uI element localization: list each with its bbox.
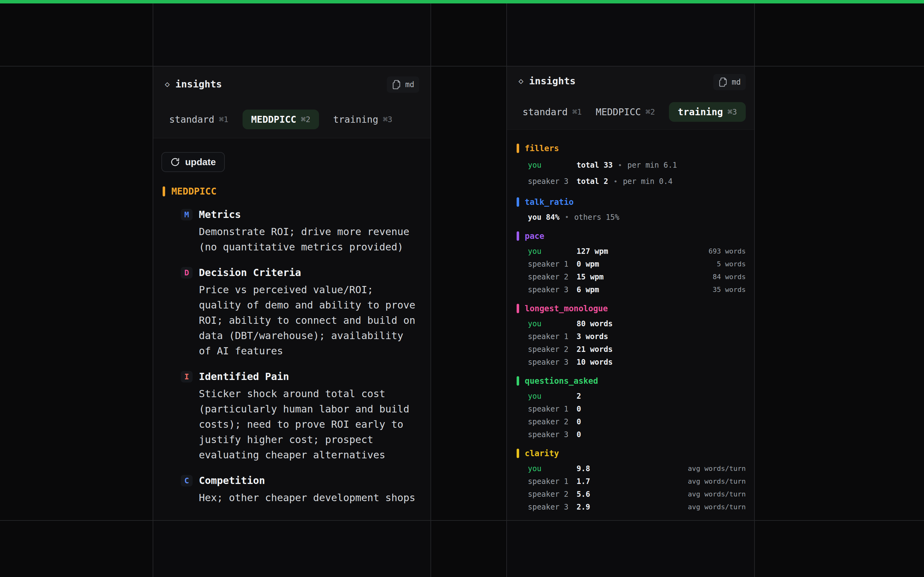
section-fillers: fillers you total 33 • per min 6.1 speak…	[517, 142, 746, 190]
section-clarity: clarity you 9.8 avg words/turn speaker 1…	[517, 446, 746, 513]
copy-file-icon	[392, 80, 401, 90]
panel-title: insights	[529, 75, 576, 87]
section-accent-bar	[517, 197, 519, 207]
tab-training[interactable]: training ⌘3	[333, 110, 393, 129]
panel-title: insights	[175, 78, 222, 90]
top-accent-bar	[0, 0, 924, 3]
metric-row: speaker 1 0	[517, 403, 746, 415]
metric-row: you 2	[517, 390, 746, 403]
separator-dot: •	[565, 213, 569, 221]
section-title-row: MEDDPICC	[163, 186, 430, 197]
letter-badge: C	[181, 475, 193, 487]
tab-bar: standard ⌘1 MEDDPICC ⌘2 training ⌘3	[523, 102, 754, 122]
section-accent-bar	[517, 449, 519, 458]
section-title: MEDDPICC	[171, 186, 217, 197]
section-title: pace	[525, 231, 544, 241]
section-accent-bar	[163, 186, 165, 197]
item-body: Sticker shock around total cost (particu…	[199, 386, 420, 463]
tab-standard[interactable]: standard ⌘1	[523, 102, 582, 122]
meddpicc-item-metrics: M Metrics Demonstrate ROI; drive more re…	[181, 209, 430, 255]
panel-header: ◇ insights md standard ⌘1 MEDDPICC ⌘2	[507, 66, 754, 130]
section-title: longest_monologue	[525, 304, 608, 313]
grid-line	[0, 520, 924, 521]
metric-row: you 127 wpm 693 words	[517, 245, 746, 258]
section-accent-bar	[517, 231, 519, 241]
metric-row: speaker 3 0	[517, 428, 746, 441]
update-button[interactable]: update	[161, 152, 225, 172]
metric-row: speaker 3 6 wpm 35 words	[517, 283, 746, 296]
panel-content: update MEDDPICC M Metrics Demonstrate RO…	[153, 138, 430, 506]
metric-row: you 9.8 avg words/turn	[517, 462, 746, 475]
section-title: fillers	[525, 143, 559, 153]
section-talk-ratio: talk_ratio you 84% • others 15%	[517, 195, 746, 224]
item-heading: Identified Pain	[199, 371, 289, 382]
section-questions-asked: questions_asked you 2 speaker 1 0 speake…	[517, 374, 746, 441]
md-export-badge[interactable]: md	[387, 76, 419, 93]
panel-content: fillers you total 33 • per min 6.1 speak…	[507, 142, 754, 513]
grid-line	[0, 66, 924, 66]
meddpicc-item-decision-criteria: D Decision Criteria Price vs perceived v…	[181, 267, 430, 359]
metric-row: speaker 2 5.6 avg words/turn	[517, 488, 746, 501]
separator-dot: •	[613, 178, 617, 185]
item-heading: Metrics	[199, 209, 241, 221]
separator-dot: •	[618, 161, 622, 169]
grid-line	[430, 3, 431, 577]
section-accent-bar	[517, 143, 519, 153]
section-pace: pace you 127 wpm 693 words speaker 1 0 w…	[517, 229, 746, 296]
metric-row: speaker 2 15 wpm 84 words	[517, 271, 746, 283]
md-export-badge[interactable]: md	[713, 74, 746, 90]
item-body: Demonstrate ROI; drive more revenue (no …	[199, 224, 420, 255]
letter-badge: D	[181, 267, 193, 279]
meddpicc-item-identified-pain: I Identified Pain Sticker shock around t…	[181, 371, 430, 463]
diamond-icon: ◇	[518, 76, 523, 85]
tab-training[interactable]: training ⌘3	[669, 102, 746, 122]
meddpicc-item-competition: C Competition Hex; other cheaper develop…	[181, 475, 430, 506]
diamond-icon: ◇	[165, 79, 170, 89]
metric-row: speaker 2 21 words	[517, 343, 746, 356]
insights-panel-training: ◇ insights md standard ⌘1 MEDDPICC ⌘2	[507, 66, 754, 520]
metric-row: speaker 1 3 words	[517, 330, 746, 343]
tab-meddpicc[interactable]: MEDDPICC ⌘2	[243, 110, 319, 129]
metric-row: speaker 1 0 wpm 5 words	[517, 258, 746, 271]
item-body: Hex; other cheaper development shops	[199, 490, 420, 506]
section-accent-bar	[517, 376, 519, 385]
item-heading: Competition	[199, 475, 265, 487]
metric-row: you total 33 • per min 6.1	[517, 157, 746, 173]
grid-line	[754, 3, 755, 577]
tab-meddpicc[interactable]: MEDDPICC ⌘2	[596, 102, 655, 122]
letter-badge: I	[181, 371, 193, 382]
section-accent-bar	[517, 304, 519, 313]
section-title: clarity	[525, 449, 559, 458]
tab-standard[interactable]: standard ⌘1	[169, 110, 229, 129]
metric-row: speaker 2 0	[517, 415, 746, 428]
metric-row: speaker 3 2.9 avg words/turn	[517, 501, 746, 513]
refresh-icon	[171, 157, 180, 167]
panel-header: ◇ insights md standard ⌘1 MEDDPICC ⌘2	[153, 66, 430, 138]
metric-row: you 84% • others 15%	[517, 211, 746, 224]
insights-panel-meddpicc: ◇ insights md standard ⌘1 MEDDPICC ⌘2	[153, 66, 430, 520]
metric-row: speaker 3 total 2 • per min 0.4	[517, 173, 746, 190]
section-title: talk_ratio	[525, 197, 574, 207]
letter-badge: M	[181, 209, 193, 221]
md-badge-label: md	[405, 80, 414, 89]
metric-row: you 80 words	[517, 317, 746, 330]
metric-row: speaker 1 1.7 avg words/turn	[517, 475, 746, 488]
md-badge-label: md	[732, 78, 741, 87]
tab-bar: standard ⌘1 MEDDPICC ⌘2 training ⌘3	[169, 110, 430, 129]
section-title: questions_asked	[525, 376, 598, 385]
section-longest-monologue: longest_monologue you 80 words speaker 1…	[517, 301, 746, 368]
item-heading: Decision Criteria	[199, 267, 301, 279]
copy-file-icon	[718, 77, 728, 87]
item-body: Price vs perceived value/ROI; quality of…	[199, 282, 420, 359]
metric-row: speaker 3 10 words	[517, 356, 746, 368]
